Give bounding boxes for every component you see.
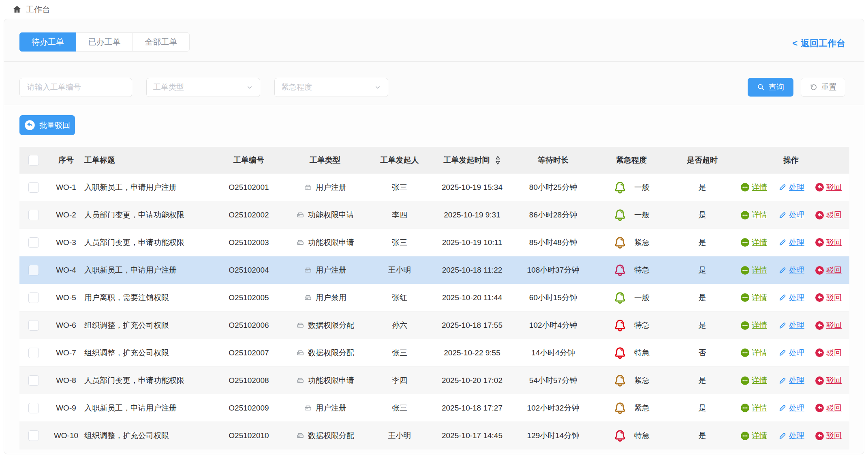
row-checkbox[interactable]	[28, 265, 39, 275]
cell-creator: 张三	[370, 182, 429, 193]
handle-link[interactable]: 处理	[778, 237, 804, 248]
search-button[interactable]: 查询	[748, 78, 793, 97]
cell-title: 人员部门变更，申请功能权限	[84, 375, 218, 386]
order-type-placeholder: 工单类型	[153, 82, 184, 92]
detail-link[interactable]: 详情	[740, 210, 767, 220]
row-checkbox[interactable]	[28, 348, 39, 358]
reset-button[interactable]: 重置	[801, 78, 845, 97]
tab-pending[interactable]: 待办工单	[19, 32, 76, 52]
detail-link[interactable]: 详情	[740, 430, 767, 441]
cell-no: O25102008	[218, 376, 280, 385]
urgency-select[interactable]: 紧急程度	[274, 78, 388, 97]
cell-seq: WO-6	[48, 321, 84, 330]
row-checkbox[interactable]	[28, 182, 39, 193]
page-title: 工作台	[26, 4, 50, 15]
row-actions: 详情 处理 驳回	[740, 237, 842, 248]
cell-type-label: 数据权限分配	[308, 348, 354, 358]
chevron-down-icon	[374, 84, 381, 91]
row-actions: 详情 处理 驳回	[740, 375, 842, 386]
cell-type: 用户注册	[280, 265, 370, 275]
handle-link[interactable]: 处理	[778, 265, 804, 275]
cell-created: 2025-10-22 9:55	[429, 348, 515, 357]
row-checkbox[interactable]	[28, 292, 39, 303]
reject-link[interactable]: 驳回	[815, 375, 842, 386]
cell-creator: 孙六	[370, 320, 429, 331]
cell-seq: WO-4	[48, 266, 84, 275]
order-type-select[interactable]: 工单类型	[146, 78, 260, 97]
col-created-label: 工单发起时间	[444, 155, 490, 166]
handle-link[interactable]: 处理	[778, 348, 804, 358]
cell-title: 人员部门变更，申请功能权限	[84, 210, 218, 220]
tab-done[interactable]: 已办工单	[76, 32, 133, 52]
col-title: 工单标题	[84, 155, 218, 166]
detail-link[interactable]: 详情	[740, 182, 767, 193]
handle-link[interactable]: 处理	[778, 403, 804, 413]
detail-link[interactable]: 详情	[740, 375, 767, 386]
cell-urgency: 特急	[591, 263, 672, 277]
row-checkbox[interactable]	[28, 320, 39, 331]
cell-type: 功能权限申请	[280, 237, 370, 248]
detail-label: 详情	[752, 375, 767, 386]
reject-link[interactable]: 驳回	[815, 237, 842, 248]
cell-urgency: 紧急	[591, 401, 672, 415]
table-row: WO-4 入职新员工，申请用户注册 O25102004 用户注册 王小明 202…	[19, 256, 849, 284]
reject-link[interactable]: 驳回	[815, 182, 842, 193]
pencil-icon	[778, 376, 787, 385]
handle-link[interactable]: 处理	[778, 320, 804, 331]
cell-wait: 102小时32分钟	[515, 403, 591, 413]
ellipsis-circle-icon	[740, 293, 750, 302]
cell-wait: 60小时15分钟	[515, 292, 591, 303]
cell-no: O25102009	[218, 404, 280, 413]
ellipsis-circle-icon	[740, 376, 750, 385]
row-actions: 详情 处理 驳回	[740, 292, 842, 303]
reject-link[interactable]: 驳回	[815, 210, 842, 220]
col-timeout: 是否超时	[672, 155, 733, 166]
cell-no: O25102003	[218, 238, 280, 247]
reject-link[interactable]: 驳回	[815, 292, 842, 303]
detail-link[interactable]: 详情	[740, 320, 767, 331]
back-to-workbench-link[interactable]: < 返回工作台	[792, 37, 845, 49]
detail-link[interactable]: 详情	[740, 237, 767, 248]
urgency-bell-icon	[613, 346, 627, 360]
detail-link[interactable]: 详情	[740, 348, 767, 358]
bulk-reject-button[interactable]: 批量驳回	[19, 115, 75, 135]
detail-link[interactable]: 详情	[740, 292, 767, 303]
row-checkbox[interactable]	[28, 430, 39, 441]
row-checkbox[interactable]	[28, 210, 39, 220]
reject-link[interactable]: 驳回	[815, 348, 842, 358]
row-checkbox[interactable]	[28, 375, 39, 386]
detail-label: 详情	[752, 265, 767, 275]
pencil-icon	[778, 183, 787, 192]
urgency-placeholder: 紧急程度	[281, 82, 312, 92]
handle-label: 处理	[789, 182, 804, 193]
detail-link[interactable]: 详情	[740, 403, 767, 413]
handle-link[interactable]: 处理	[778, 375, 804, 386]
reject-link[interactable]: 驳回	[815, 403, 842, 413]
row-checkbox[interactable]	[28, 237, 39, 248]
handle-link[interactable]: 处理	[778, 292, 804, 303]
handle-link[interactable]: 处理	[778, 182, 804, 193]
pencil-icon	[778, 266, 787, 275]
cell-timeout: 是	[672, 237, 733, 248]
urgency-bell-icon	[613, 291, 627, 305]
reject-link[interactable]: 驳回	[815, 430, 842, 441]
cell-urgency: 特急	[591, 429, 672, 443]
reject-circle-icon	[815, 376, 824, 385]
tabs-row: 待办工单 已办工单 全部工单 < 返回工作台	[4, 19, 864, 62]
handle-link[interactable]: 处理	[778, 210, 804, 220]
cell-seq: WO-10	[48, 431, 84, 440]
select-all-checkbox[interactable]	[28, 155, 39, 166]
cell-created: 2025-10-19 10:11	[429, 238, 515, 247]
urgency-bell-icon	[613, 401, 627, 415]
cell-wait: 108小时37分钟	[515, 265, 591, 275]
cell-wait: 14小时4分钟	[515, 348, 591, 358]
tab-all[interactable]: 全部工单	[133, 32, 190, 52]
detail-link[interactable]: 详情	[740, 265, 767, 275]
row-checkbox[interactable]	[28, 403, 39, 413]
order-no-input[interactable]	[19, 78, 132, 97]
reject-link[interactable]: 驳回	[815, 320, 842, 331]
workorder-table: 序号 工单标题 工单编号 工单类型 工单发起人 工单发起时间 等待时长 紧急程度…	[19, 147, 849, 449]
sort-icon[interactable]	[495, 155, 501, 166]
handle-link[interactable]: 处理	[778, 430, 804, 441]
reject-link[interactable]: 驳回	[815, 265, 842, 275]
